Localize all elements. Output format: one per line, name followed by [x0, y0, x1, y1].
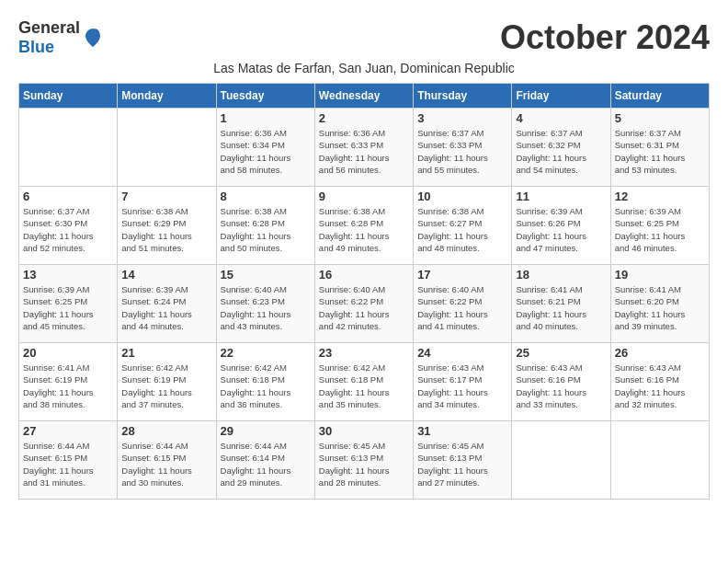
day-info: Sunrise: 6:42 AM Sunset: 6:19 PM Dayligh…	[121, 362, 211, 410]
calendar-cell: 23Sunrise: 6:42 AM Sunset: 6:18 PM Dayli…	[314, 343, 413, 421]
day-info: Sunrise: 6:40 AM Sunset: 6:22 PM Dayligh…	[417, 283, 507, 332]
day-number: 11	[516, 190, 606, 203]
subtitle: Las Matas de Farfan, San Juan, Dominican…	[18, 61, 710, 75]
header-friday: Friday	[512, 84, 610, 109]
day-info: Sunrise: 6:39 AM Sunset: 6:24 PM Dayligh…	[121, 283, 211, 332]
week-row-1: 1Sunrise: 6:36 AM Sunset: 6:34 PM Daylig…	[19, 109, 710, 187]
day-info: Sunrise: 6:36 AM Sunset: 6:34 PM Dayligh…	[221, 127, 311, 176]
day-info: Sunrise: 6:44 AM Sunset: 6:15 PM Dayligh…	[23, 440, 113, 488]
calendar-cell: 9Sunrise: 6:38 AM Sunset: 6:28 PM Daylig…	[314, 187, 413, 265]
day-info: Sunrise: 6:38 AM Sunset: 6:28 PM Dayligh…	[319, 205, 409, 254]
calendar-cell: 2Sunrise: 6:36 AM Sunset: 6:33 PM Daylig…	[314, 109, 413, 187]
day-info: Sunrise: 6:39 AM Sunset: 6:26 PM Dayligh…	[516, 205, 606, 254]
day-info: Sunrise: 6:37 AM Sunset: 6:30 PM Dayligh…	[23, 205, 113, 254]
day-number: 25	[516, 346, 606, 360]
calendar-cell: 13Sunrise: 6:39 AM Sunset: 6:25 PM Dayli…	[19, 265, 118, 343]
calendar-cell	[610, 421, 709, 500]
day-number: 9	[319, 190, 409, 203]
logo-blue: Blue	[18, 38, 54, 56]
calendar-table: Sunday Monday Tuesday Wednesday Thursday…	[18, 83, 710, 500]
day-info: Sunrise: 6:42 AM Sunset: 6:18 PM Dayligh…	[221, 362, 311, 410]
day-info: Sunrise: 6:37 AM Sunset: 6:31 PM Dayligh…	[615, 127, 705, 176]
week-row-5: 27Sunrise: 6:44 AM Sunset: 6:15 PM Dayli…	[19, 421, 710, 500]
week-row-2: 6Sunrise: 6:37 AM Sunset: 6:30 PM Daylig…	[19, 187, 710, 265]
calendar-cell: 29Sunrise: 6:44 AM Sunset: 6:14 PM Dayli…	[216, 421, 314, 500]
calendar-cell: 10Sunrise: 6:38 AM Sunset: 6:27 PM Dayli…	[414, 187, 512, 265]
week-row-4: 20Sunrise: 6:41 AM Sunset: 6:19 PM Dayli…	[19, 343, 710, 421]
day-number: 26	[615, 346, 705, 360]
calendar-cell: 28Sunrise: 6:44 AM Sunset: 6:15 PM Dayli…	[118, 421, 216, 500]
day-number: 30	[319, 424, 409, 438]
logo: General Blue	[18, 18, 104, 57]
day-number: 10	[417, 190, 507, 203]
calendar-cell: 8Sunrise: 6:38 AM Sunset: 6:28 PM Daylig…	[216, 187, 314, 265]
week-row-3: 13Sunrise: 6:39 AM Sunset: 6:25 PM Dayli…	[19, 265, 710, 343]
day-number: 1	[221, 111, 311, 125]
calendar-cell: 18Sunrise: 6:41 AM Sunset: 6:21 PM Dayli…	[512, 265, 610, 343]
day-info: Sunrise: 6:40 AM Sunset: 6:23 PM Dayligh…	[221, 283, 311, 332]
day-number: 8	[221, 190, 311, 203]
day-number: 5	[615, 111, 705, 125]
day-number: 13	[23, 268, 113, 282]
calendar-cell	[118, 109, 216, 187]
day-number: 6	[23, 190, 113, 203]
calendar-cell: 31Sunrise: 6:45 AM Sunset: 6:13 PM Dayli…	[414, 421, 512, 500]
day-info: Sunrise: 6:41 AM Sunset: 6:19 PM Dayligh…	[23, 362, 113, 410]
day-number: 4	[516, 111, 606, 125]
day-info: Sunrise: 6:44 AM Sunset: 6:15 PM Dayligh…	[121, 440, 211, 488]
header-thursday: Thursday	[414, 84, 512, 109]
day-info: Sunrise: 6:40 AM Sunset: 6:22 PM Dayligh…	[319, 283, 409, 332]
day-number: 29	[221, 424, 311, 438]
day-number: 19	[615, 268, 705, 282]
logo-text: General Blue	[18, 18, 80, 57]
day-number: 28	[121, 424, 211, 438]
day-number: 24	[417, 346, 507, 360]
calendar-cell: 19Sunrise: 6:41 AM Sunset: 6:20 PM Dayli…	[610, 265, 709, 343]
day-info: Sunrise: 6:43 AM Sunset: 6:16 PM Dayligh…	[615, 362, 705, 410]
calendar-cell: 22Sunrise: 6:42 AM Sunset: 6:18 PM Dayli…	[216, 343, 314, 421]
day-number: 21	[121, 346, 211, 360]
day-number: 17	[417, 268, 507, 282]
calendar-cell: 26Sunrise: 6:43 AM Sunset: 6:16 PM Dayli…	[610, 343, 709, 421]
day-info: Sunrise: 6:41 AM Sunset: 6:20 PM Dayligh…	[615, 283, 705, 332]
calendar-cell: 25Sunrise: 6:43 AM Sunset: 6:16 PM Dayli…	[512, 343, 610, 421]
days-header-row: Sunday Monday Tuesday Wednesday Thursday…	[19, 84, 710, 109]
day-number: 18	[516, 268, 606, 282]
calendar-cell: 7Sunrise: 6:38 AM Sunset: 6:29 PM Daylig…	[118, 187, 216, 265]
logo-general: General	[18, 18, 80, 37]
day-info: Sunrise: 6:38 AM Sunset: 6:29 PM Dayligh…	[121, 205, 211, 254]
calendar-cell: 4Sunrise: 6:37 AM Sunset: 6:32 PM Daylig…	[512, 109, 610, 187]
header-wednesday: Wednesday	[314, 84, 413, 109]
day-info: Sunrise: 6:42 AM Sunset: 6:18 PM Dayligh…	[319, 362, 409, 410]
day-number: 12	[615, 190, 705, 203]
calendar-cell: 21Sunrise: 6:42 AM Sunset: 6:19 PM Dayli…	[118, 343, 216, 421]
calendar-cell: 6Sunrise: 6:37 AM Sunset: 6:30 PM Daylig…	[19, 187, 118, 265]
day-number: 14	[121, 268, 211, 282]
day-number: 3	[417, 111, 507, 125]
day-number: 20	[23, 346, 113, 360]
calendar-cell: 27Sunrise: 6:44 AM Sunset: 6:15 PM Dayli…	[19, 421, 118, 500]
calendar-cell: 14Sunrise: 6:39 AM Sunset: 6:24 PM Dayli…	[118, 265, 216, 343]
day-number: 22	[221, 346, 311, 360]
calendar-cell: 11Sunrise: 6:39 AM Sunset: 6:26 PM Dayli…	[512, 187, 610, 265]
day-number: 15	[221, 268, 311, 282]
day-info: Sunrise: 6:45 AM Sunset: 6:13 PM Dayligh…	[417, 440, 507, 488]
calendar-cell: 30Sunrise: 6:45 AM Sunset: 6:13 PM Dayli…	[314, 421, 413, 500]
day-info: Sunrise: 6:38 AM Sunset: 6:27 PM Dayligh…	[417, 205, 507, 254]
calendar-cell: 12Sunrise: 6:39 AM Sunset: 6:25 PM Dayli…	[610, 187, 709, 265]
calendar-cell: 5Sunrise: 6:37 AM Sunset: 6:31 PM Daylig…	[610, 109, 709, 187]
day-info: Sunrise: 6:39 AM Sunset: 6:25 PM Dayligh…	[23, 283, 113, 332]
day-info: Sunrise: 6:43 AM Sunset: 6:16 PM Dayligh…	[516, 362, 606, 410]
day-number: 2	[319, 111, 409, 125]
day-info: Sunrise: 6:37 AM Sunset: 6:33 PM Dayligh…	[417, 127, 507, 176]
calendar-cell: 1Sunrise: 6:36 AM Sunset: 6:34 PM Daylig…	[216, 109, 314, 187]
day-number: 7	[121, 190, 211, 203]
header-monday: Monday	[118, 84, 216, 109]
page-header: General Blue October 2024	[18, 18, 710, 57]
calendar-cell	[512, 421, 610, 500]
day-info: Sunrise: 6:39 AM Sunset: 6:25 PM Dayligh…	[615, 205, 705, 254]
day-info: Sunrise: 6:43 AM Sunset: 6:17 PM Dayligh…	[417, 362, 507, 410]
header-tuesday: Tuesday	[216, 84, 314, 109]
day-number: 27	[23, 424, 113, 438]
header-saturday: Saturday	[610, 84, 709, 109]
